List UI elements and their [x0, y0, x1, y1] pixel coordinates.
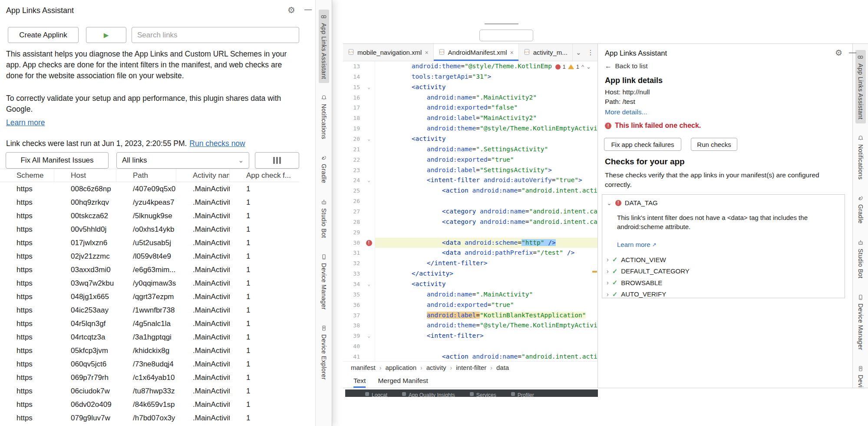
check-item[interactable]: ›✓ACTION_VIEW: [607, 254, 690, 266]
code-line[interactable]: 20⌄ <activity: [343, 134, 597, 144]
code-line[interactable]: 33 </activity>: [343, 269, 597, 279]
links-filter-dropdown[interactable]: All links ⌄: [116, 152, 249, 169]
code-line[interactable]: 25 <action android:name="android.intent.…: [343, 186, 597, 196]
code-line[interactable]: 15⌄ <activity: [343, 82, 597, 93]
data-tag-check[interactable]: ⌄ ! DATA_TAG: [607, 199, 658, 206]
breadcrumb-item[interactable]: activity: [426, 364, 446, 371]
gear-icon[interactable]: ⚙: [287, 5, 295, 15]
code-line[interactable]: 32 </intent-filter>: [343, 258, 597, 269]
table-row[interactable]: https05kfcp3jvm/khidckix8g.MainActivity1: [0, 344, 299, 357]
tool-button-device-manager[interactable]: Device Manager: [319, 250, 329, 314]
minimize-icon[interactable]: —: [849, 48, 856, 57]
editor-tab[interactable]: </>AndroidManifest.xml×: [434, 44, 519, 61]
code-line[interactable]: 27 <category android:name="android.inten…: [343, 206, 597, 217]
code-line[interactable]: 21 android:name=".SettingsActivity": [343, 144, 597, 155]
code-line[interactable]: 34⌄ <activity: [343, 279, 597, 290]
hidden-tabs-chevron-icon[interactable]: ⌄: [573, 49, 584, 57]
run-checks-now-link[interactable]: Run checks now: [189, 139, 245, 148]
table-row[interactable]: https04rtcqtz3a/3a1hgptqgi.MainActivity1: [0, 330, 299, 344]
fold-icon[interactable]: ⌄: [363, 175, 375, 186]
table-row[interactable]: https03wq7w2kbu/y0qqimaw3s.MainActivity1: [0, 276, 299, 290]
table-row[interactable]: https04r5lqn3gf/4g5nalc1la.MainActivity1: [0, 317, 299, 330]
table-row[interactable]: https008c6z68np/407e09q5x0.MainActivity1: [0, 182, 299, 196]
run-checks-button[interactable]: Run checks: [691, 138, 737, 151]
code-line[interactable]: 31 <data android:pathPrefix="/test" />: [343, 248, 597, 258]
table-row[interactable]: https06dv02o409/84k659v1sp.MainActivity1: [0, 398, 299, 411]
breadcrumb-item[interactable]: application: [385, 364, 416, 371]
fix-app-check-failures-button[interactable]: Fix app check failures: [604, 138, 681, 151]
fold-icon[interactable]: ⌄: [363, 82, 375, 93]
code-line[interactable]: 28 <category android:name="android.inten…: [343, 217, 597, 227]
table-row[interactable]: https017jwlxzn6/u5t2usab5j.MainActivity1: [0, 236, 299, 250]
tool-button-notifications[interactable]: Notifications: [319, 91, 329, 143]
code-line[interactable]: 14 tools:targetApi="31">: [343, 72, 597, 82]
code-line[interactable]: 35 android:name=".MainActivity": [343, 290, 597, 300]
code-line[interactable]: 24⌄ <intent-filter android:autoVerify="t…: [343, 175, 597, 186]
code-line[interactable]: 23 android:label="SettingsActivity">: [343, 165, 597, 176]
editor-tab[interactable]: </>activity_m...: [519, 44, 573, 61]
chevron-down-icon[interactable]: ⌄: [607, 200, 612, 206]
code-line[interactable]: 30! <data android:scheme="http" />: [343, 238, 597, 248]
tool-button-gradle[interactable]: Gradle: [319, 151, 329, 187]
tool-button-app-links-assistant[interactable]: App Links Assistant: [855, 50, 866, 123]
chevron-right-icon[interactable]: ›: [607, 291, 609, 298]
code-line[interactable]: 39⌄ <intent-filter>: [343, 331, 597, 341]
column-header[interactable]: App check f...: [230, 169, 299, 182]
code-line[interactable]: 17 android:exported="false": [343, 103, 597, 113]
table-row[interactable]: https079g9luv7w/h7bd07ox3y.MainActivity1: [0, 411, 299, 425]
chevron-right-icon[interactable]: ›: [607, 256, 609, 263]
fix-all-manifest-issues-button[interactable]: Fix All Manifest Issues: [6, 152, 109, 169]
table-row[interactable]: https069p7r79rh/c1x64yab10.MainActivity1: [0, 371, 299, 384]
breadcrumb-item[interactable]: manifest: [351, 364, 376, 371]
tool-button-device-manager[interactable]: Device Manager: [855, 290, 866, 354]
fold-icon[interactable]: ⌄: [363, 279, 375, 290]
tool-button-app-links-assistant[interactable]: App Links Assistant: [319, 10, 329, 83]
tool-button-studio-bot[interactable]: Studio Bot: [855, 236, 866, 283]
learn-more-link[interactable]: Learn more: [6, 118, 45, 127]
column-header[interactable]: Scheme: [0, 169, 54, 182]
inspection-widget[interactable]: 1 1 ^ ⌄: [552, 63, 594, 71]
more-details-link[interactable]: More details...: [605, 108, 647, 116]
learn-more-link[interactable]: Learn more ↗: [617, 241, 657, 248]
column-header[interactable]: Path: [116, 169, 176, 182]
code-line[interactable]: 36 android:exported="true": [343, 300, 597, 310]
code-line[interactable]: 16 android:name=".MainActivity2": [343, 93, 597, 103]
breadcrumb-item[interactable]: intent-filter: [456, 364, 486, 371]
dock-item[interactable]: App Quality Insights: [402, 391, 455, 397]
prev-issue-icon[interactable]: ^: [581, 63, 584, 70]
dock-item[interactable]: Profiler: [511, 391, 534, 397]
back-to-list-link[interactable]: ← Back to list: [605, 62, 647, 70]
chevron-right-icon[interactable]: ›: [607, 268, 609, 275]
create-applink-button[interactable]: Create Applink: [8, 27, 79, 43]
gear-icon[interactable]: ⚙: [835, 48, 842, 58]
code-line[interactable]: 41 <action android:name="android.intent.…: [343, 352, 597, 361]
fold-icon[interactable]: ⌄: [363, 331, 375, 341]
table-row[interactable]: https06ciudok7w/tu87hwp33z.MainActivity1: [0, 384, 299, 398]
check-item[interactable]: ›✓DEFAULT_CATEGORY: [607, 266, 690, 277]
tool-button-notifications[interactable]: Notifications: [855, 131, 866, 183]
table-row[interactable]: https060qv5jct6/73ne8udqj4.MainActivity1: [0, 357, 299, 371]
column-settings-button[interactable]: [255, 152, 299, 169]
chevron-right-icon[interactable]: ›: [607, 279, 609, 286]
column-header[interactable]: Host: [54, 169, 116, 182]
code-line[interactable]: 26: [343, 196, 597, 206]
table-row[interactable]: https03axxd3mi0/e6g63mim....MainActivity…: [0, 263, 299, 276]
table-row[interactable]: https00v5hhld0j/o0xhs14ykb.MainActivity1: [0, 223, 299, 236]
code-line[interactable]: 37 android:label="KotlinBlankTestApplica…: [343, 310, 597, 321]
code-line[interactable]: 40: [343, 341, 597, 352]
close-tab-icon[interactable]: ×: [425, 49, 428, 56]
tool-button-gradle[interactable]: Gradle: [855, 191, 866, 227]
tool-button-device-explorer[interactable]: Device Explorer: [319, 321, 329, 384]
tool-button-studio-bot[interactable]: Studio Bot: [319, 195, 329, 242]
editor-tab[interactable]: </>mobile_navigation.xml×: [343, 44, 434, 61]
table-row[interactable]: https00hq9zrkqv/yzu4kpeas7.MainActivity1: [0, 196, 299, 209]
search-links-input[interactable]: [132, 27, 299, 43]
dock-item[interactable]: Services: [470, 391, 496, 397]
code-line[interactable]: 18 android:label="MainActivity2": [343, 113, 597, 123]
view-tab[interactable]: Text: [353, 373, 366, 388]
dock-item[interactable]: Logcat: [365, 391, 387, 397]
code-line[interactable]: 22 android:exported="true": [343, 155, 597, 165]
view-tab[interactable]: Merged Manifest: [378, 373, 428, 388]
tab-options-kebab-icon[interactable]: ⋮: [584, 49, 597, 57]
check-item[interactable]: ›✓AUTO_VERIFY: [607, 289, 690, 300]
